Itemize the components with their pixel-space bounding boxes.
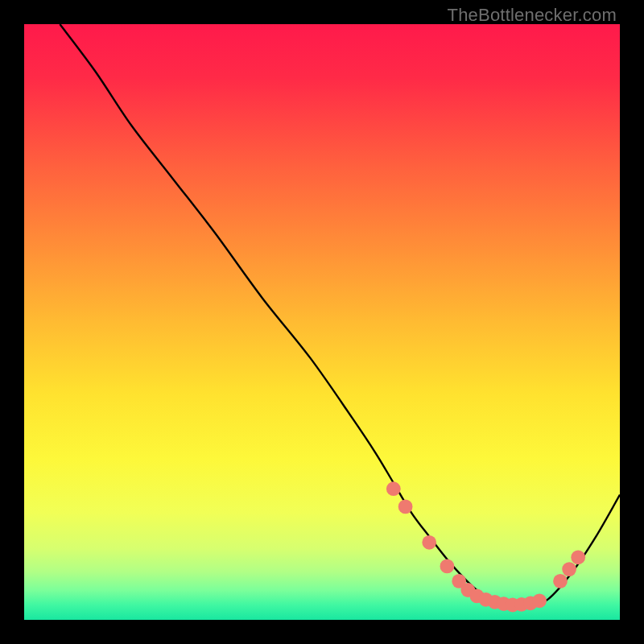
bottleneck-dot [571,550,585,564]
watermark-text: TheBottlenecker.com [448,5,617,26]
bottleneck-dot [386,481,401,496]
chart-frame [24,24,620,620]
bottleneck-dot [532,593,547,608]
chart-background [24,24,620,620]
bottleneck-dot [562,562,576,576]
chart-svg [24,24,620,620]
bottleneck-dot [553,574,568,588]
bottleneck-dot [422,535,436,550]
bottleneck-dot [440,559,455,574]
bottleneck-dot [398,500,413,514]
